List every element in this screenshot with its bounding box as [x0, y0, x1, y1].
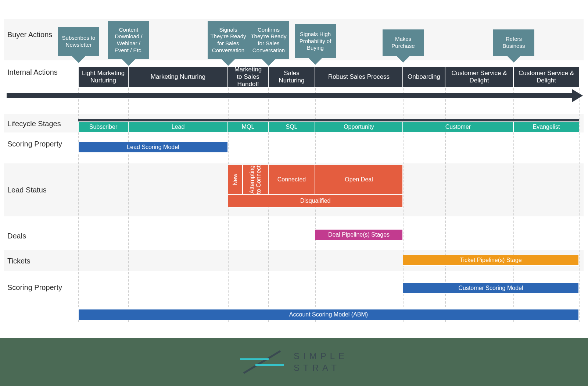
footer: SIMPLE STRAT — [0, 338, 588, 386]
internal-marketing-nurturing: Marketing Nurturing — [128, 67, 228, 87]
lead-status-disqualified: Disqualified — [228, 194, 403, 208]
customer-scoring-model: Customer Scoring Model — [403, 283, 579, 294]
account-scoring-model: Account Scoring Model (ABM) — [78, 309, 579, 320]
stage-evangelist: Evangelist — [513, 121, 579, 132]
stage-opportunity: Opportunity — [315, 121, 403, 132]
stage-subscriber: Subscriber — [78, 121, 128, 132]
buyer-action-purchase: Makes Purchase — [383, 29, 424, 56]
ticket-pipeline-stage: Ticket Pipeline(s) Stage — [403, 255, 579, 266]
internal-cs-delight-1: Customer Service & Delight — [445, 67, 513, 87]
label-tickets: Tickets — [7, 257, 70, 265]
deal-pipeline-stages: Deal Pipeline(s) Stages — [315, 229, 403, 240]
internal-onboarding: Onboarding — [403, 67, 445, 87]
brand-logo: SIMPLE STRAT — [240, 347, 348, 377]
internal-sales-nurturing: Sales Nurturing — [268, 67, 315, 87]
brand-line1: SIMPLE — [294, 350, 348, 362]
buyer-action-subscribes: Subscribes to Newsletter — [58, 27, 99, 56]
label-lead-status: Lead Status — [7, 186, 70, 194]
internal-handoff: Marketing to Sales Handoff — [228, 67, 268, 87]
stage-customer: Customer — [403, 121, 513, 132]
buyer-action-confirm-ready: Confirms They're Ready for Sales Convers… — [248, 21, 289, 59]
label-scoring-bottom: Scoring Property — [7, 283, 70, 292]
brand-line2: STRAT — [294, 362, 348, 374]
stage-lead: Lead — [128, 121, 228, 132]
lead-status-connected: Connected — [268, 165, 315, 194]
label-internal-actions: Internal Actions — [7, 68, 70, 77]
svg-line-0 — [244, 351, 280, 373]
brand-mark-icon — [240, 347, 284, 377]
timeline-arrow — [7, 93, 572, 98]
buyer-action-content: Content Download / Webinar / Event / Etc… — [108, 21, 149, 59]
lead-status-new: New — [228, 165, 243, 194]
buyer-action-high-prob: Signals High Probability of Buying — [295, 24, 336, 58]
internal-robust-sales: Robust Sales Process — [315, 67, 403, 87]
lead-status-new-label: New — [232, 174, 239, 185]
stage-mql: MQL — [228, 121, 268, 132]
timeline-arrow-head — [572, 89, 583, 102]
label-scoring-top: Scoring Property — [7, 140, 70, 148]
lead-status-attempting: Attempting to Connect — [243, 165, 268, 194]
lifecycle-diagram: Buyer Actions Internal Actions Lifecycle… — [0, 0, 588, 386]
internal-cs-delight-2: Customer Service & Delight — [513, 67, 579, 87]
brand-text: SIMPLE STRAT — [294, 350, 348, 374]
stage-sql: SQL — [268, 121, 315, 132]
lead-scoring-model: Lead Scoring Model — [78, 142, 228, 153]
buyer-action-signal-ready: Signals They're Ready for Sales Conversa… — [208, 21, 249, 59]
lead-status-attempting-label: Attempting to Connect — [249, 165, 262, 194]
buyer-action-refers: Refers Business — [493, 29, 534, 56]
label-lifecycle-stages: Lifecycle Stages — [7, 120, 70, 128]
label-deals: Deals — [7, 232, 70, 240]
internal-light-nurturing: Light Marketing Nurturing — [78, 67, 128, 87]
lead-status-open-deal: Open Deal — [315, 165, 403, 194]
